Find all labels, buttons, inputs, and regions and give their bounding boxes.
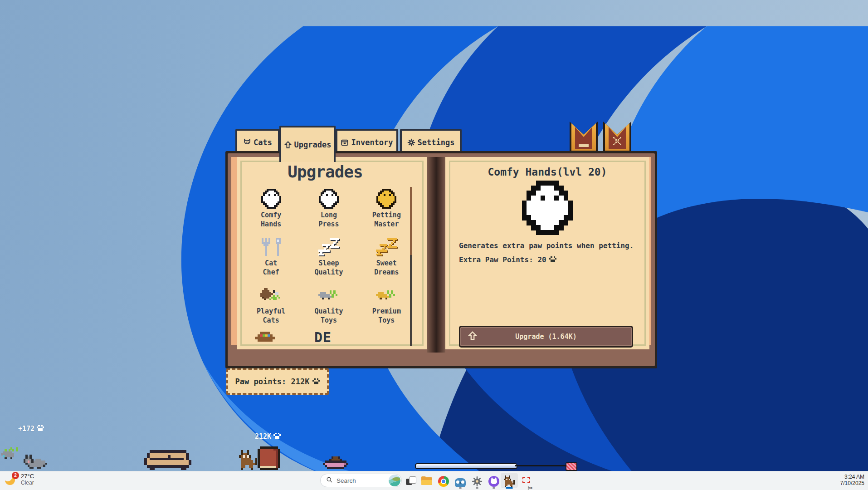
hand-white-icon (261, 187, 281, 211)
upgrade-item-comfy-hands[interactable]: ComfyHands (242, 187, 300, 235)
upgrade-item-premium-toys[interactable]: PremiumToys (358, 283, 415, 331)
upgrade-label-line2: Chef (263, 268, 279, 277)
running-indicator-settings (476, 487, 478, 489)
paw-gain-value: +172 (18, 425, 34, 433)
upgrade-item-sleep-quality[interactable]: SleepQuality (300, 235, 357, 283)
upgrade-item-playful-cats[interactable]: PlayfulCats (242, 283, 300, 331)
partial-upgrade-label: DE (300, 329, 346, 345)
paw-counter-value: 212K (255, 432, 271, 441)
paw-icon (37, 425, 44, 433)
upgrades-list-page: Upgrades ComfyHandsLongPressPettingMaste… (237, 157, 427, 349)
upgrade-label-line2: Dreams (374, 268, 399, 277)
upgrade-label-line1: Cat (265, 259, 277, 268)
mouse-toy-sprite[interactable] (1, 447, 22, 459)
upgrade-label-line1: Long (321, 211, 337, 220)
upgrades-scrollbar-track[interactable] (410, 187, 412, 346)
running-indicator-godot (459, 487, 462, 489)
paw-points-label: Paw points: 212K (235, 377, 310, 386)
upgrade-label-line2: Toys (378, 316, 395, 325)
inventory-box-icon (341, 138, 349, 147)
weather-widget[interactable]: 2 27°C Clear (5, 473, 34, 486)
tab-settings-label: Settings (418, 138, 455, 147)
wand-handle (415, 463, 517, 469)
godot-icon (455, 478, 466, 487)
upgrade-label-line1: Premium (372, 307, 401, 316)
upgrade-stat-label: Extra Paw Points: 20 (459, 255, 546, 264)
upgrade-arrow-icon (468, 331, 478, 343)
task-view-icon (405, 475, 417, 487)
zzz-white-icon (318, 235, 339, 259)
upgrade-label-line1: Comfy (261, 211, 281, 220)
upgrade-item-long-press[interactable]: LongPress (300, 187, 357, 235)
upgrade-label-line1: Sleep (318, 259, 339, 268)
book-spine (427, 157, 445, 353)
task-view-button[interactable] (405, 475, 417, 487)
upgrade-grid: ComfyHandsLongPressPettingMasterCatChefS… (242, 187, 415, 331)
wand-lure (566, 462, 577, 471)
brown-cat-sprite[interactable] (239, 450, 257, 470)
hand-gold-icon (376, 187, 396, 211)
upgrade-label-line2: Toys (321, 316, 337, 325)
upgrade-item-sweet-dreams[interactable]: SweetDreams (358, 235, 415, 283)
upgrade-detail-title: Comfy Hands(lvl 20) (445, 166, 649, 178)
upgrade-detail-page: Comfy Hands(lvl 20) Generates extra paw … (445, 157, 649, 349)
lying-cat-sprite[interactable] (24, 455, 47, 469)
upgrade-label-line1: Sweet (376, 259, 397, 268)
upgrade-button-label: Upgrade (1.64K) (515, 333, 576, 341)
taskbar: 2 27°C Clear (0, 471, 868, 490)
upgrades-page-title: Upgrades (237, 162, 414, 181)
upgrade-label-line1: Playful (257, 307, 285, 316)
github-icon (488, 476, 499, 487)
upgrade-item-petting-master[interactable]: PettingMaster (358, 187, 415, 235)
food-plate-icon[interactable] (255, 332, 275, 342)
upgrade-label-line2: Quality (314, 268, 343, 277)
settings-button[interactable] (471, 475, 483, 487)
couch-sprite[interactable] (144, 450, 191, 470)
comfy-hands-icon (522, 181, 573, 235)
search-daily-image (389, 475, 400, 486)
weather-condition: Clear (21, 480, 34, 486)
running-indicator-github (493, 487, 495, 489)
snipping-tool-button[interactable]: ✂ (522, 475, 533, 487)
upgrade-label-line2: Press (318, 220, 339, 229)
minimize-icon (570, 144, 598, 147)
upgrade-item-cat-chef[interactable]: CatChef (242, 235, 300, 283)
tab-inventory-label: Inventory (351, 138, 393, 147)
tab-cats-label: Cats (254, 138, 272, 147)
upgrade-label-line2: Master (374, 220, 399, 229)
clock-widget[interactable]: 3:24 AM 7/10/2025 (840, 474, 864, 486)
cat-toy-icon (260, 283, 282, 307)
running-indicator-cat-game-active (506, 487, 513, 489)
upgrades-scrollbar-thumb[interactable] (410, 187, 412, 255)
chrome-button[interactable] (438, 475, 449, 487)
tab-upgrades[interactable]: Upgrades (279, 126, 336, 162)
cat-game-button[interactable] (503, 475, 515, 487)
weather-badge: 2 (12, 472, 19, 479)
clock-date: 7/10/2025 (840, 480, 864, 486)
snipping-tool-icon: ✂ (522, 476, 533, 487)
gear-icon (407, 138, 415, 147)
github-button[interactable] (488, 475, 500, 487)
game-window-book: Upgrades ComfyHandsLongPressPettingMaste… (225, 151, 657, 368)
search-placeholder: Search (336, 477, 385, 484)
upgrade-description: Generates extra paw points when petting. (459, 241, 634, 250)
red-book-sprite[interactable] (258, 446, 280, 470)
book-cover: Upgrades ComfyHandsLongPressPettingMaste… (228, 153, 655, 366)
food-bowl-sprite[interactable] (323, 456, 348, 469)
upgrade-label-line2: Cats (263, 316, 279, 325)
paw-counter-popup: 212K (255, 432, 281, 441)
clock-time: 3:24 AM (840, 474, 864, 480)
search-input[interactable]: Search (320, 474, 402, 487)
chrome-icon (438, 476, 449, 487)
file-explorer-button[interactable] (421, 475, 433, 487)
tab-upgrades-label: Upgrades (294, 140, 332, 149)
search-icon (326, 476, 333, 485)
weather-moon-icon: 2 (5, 473, 17, 486)
upgrade-button[interactable]: Upgrade (1.64K) (459, 326, 633, 348)
paw-icon (273, 432, 281, 441)
paw-points-box: Paw points: 212K (226, 368, 329, 395)
wand-toy-sprite[interactable] (415, 462, 576, 470)
up-arrow-icon (284, 141, 292, 149)
upgrade-item-quality-toys[interactable]: QualityToys (300, 283, 357, 331)
paw-gain-popup: +172 (18, 425, 44, 433)
